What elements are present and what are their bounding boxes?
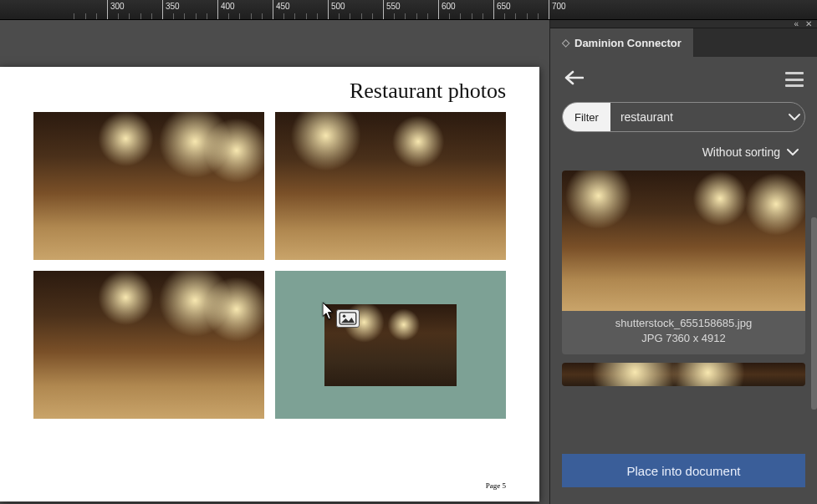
connector-panel: « ✕ ◇ Daminion Connector Filter <box>549 20 817 504</box>
canvas-area[interactable]: Restaurant photos Page 5 <box>0 20 549 504</box>
panel-titlebar-controls: « ✕ <box>550 20 817 28</box>
placed-image[interactable] <box>275 112 506 260</box>
tab-grip-icon: ◇ <box>562 37 569 48</box>
image-frame-drop-target[interactable] <box>275 271 506 419</box>
result-meta: JPG 7360 x 4912 <box>565 331 802 346</box>
dragged-thumbnail <box>324 304 457 386</box>
menu-button[interactable] <box>785 72 804 87</box>
chevron-down-icon <box>787 148 799 156</box>
filter-input[interactable] <box>610 110 777 124</box>
panel-tabbar: ◇ Daminion Connector <box>550 28 817 57</box>
workspace: Restaurant photos Page 5 <box>0 20 817 504</box>
results-list[interactable]: shutterstock_655158685.jpg JPG 7360 x 49… <box>550 171 817 442</box>
tab-daminion-connector[interactable]: ◇ Daminion Connector <box>550 28 694 57</box>
filter-control: Filter <box>562 102 805 132</box>
placed-image[interactable] <box>33 271 264 419</box>
horizontal-ruler: 300350400450500550600650700 <box>0 0 817 20</box>
page-title: Restaurant photos <box>0 67 539 109</box>
result-card-selected[interactable]: shutterstock_655158685.jpg JPG 7360 x 49… <box>562 171 805 354</box>
scrollbar-thumb[interactable] <box>811 217 817 410</box>
back-button[interactable] <box>564 69 584 90</box>
result-thumbnail <box>562 171 805 311</box>
sort-label: Without sorting <box>702 145 780 159</box>
result-thumbnail <box>562 363 805 386</box>
place-image-icon <box>336 309 360 328</box>
placed-image[interactable] <box>33 112 264 260</box>
filter-dropdown-toggle[interactable] <box>777 109 805 125</box>
filter-label: Filter <box>563 103 610 131</box>
result-filename: shutterstock_655158685.jpg <box>565 316 802 331</box>
cursor-pointer-icon <box>323 303 334 318</box>
document-page[interactable]: Restaurant photos Page 5 <box>0 67 539 501</box>
svg-point-1 <box>343 314 346 318</box>
panel-close-icon[interactable]: ✕ <box>805 19 812 28</box>
panel-minimize-icon[interactable]: « <box>794 19 799 28</box>
result-card[interactable] <box>562 363 805 386</box>
page-number: Page 5 <box>486 481 506 490</box>
tab-label: Daminion Connector <box>574 37 682 49</box>
place-into-document-button[interactable]: Place into document <box>562 454 805 487</box>
sort-dropdown[interactable]: Without sorting <box>550 140 817 171</box>
